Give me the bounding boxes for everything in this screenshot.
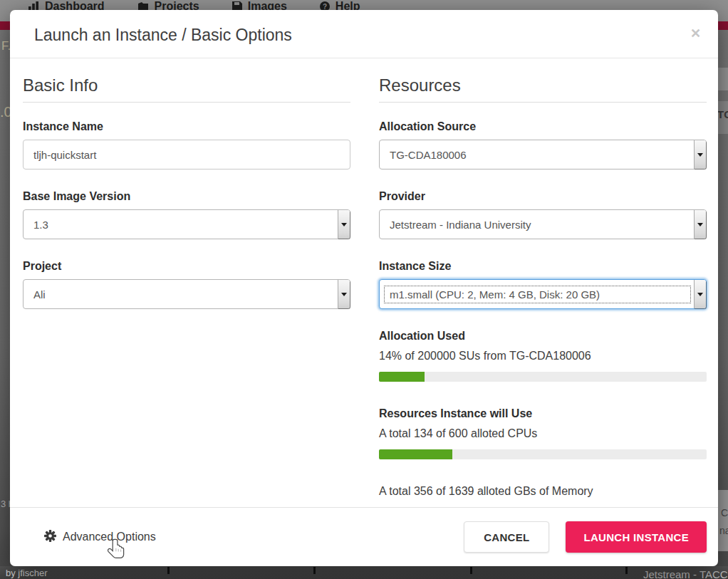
allocation-used-text: 14% of 200000 SUs from TG-CDA180006 — [379, 350, 707, 362]
chevron-down-icon[interactable] — [694, 280, 706, 308]
instance-size-group: Instance Size m1.small (CPU: 2, Mem: 4 G… — [379, 260, 707, 309]
background-row — [717, 490, 728, 551]
background-divider — [313, 567, 316, 574]
gear-icon — [44, 530, 56, 545]
background-footer-provider: Jetstream - TACC — [643, 568, 728, 579]
background-text-fragment: TG — [717, 108, 728, 120]
allocation-source-label: Allocation Source — [379, 120, 707, 133]
resources-heading: Resources — [379, 75, 707, 103]
modal-title: Launch an Instance / Basic Options — [34, 26, 695, 45]
resources-usage-heading: Resources Instance will Use — [379, 407, 707, 420]
progress-fill — [379, 449, 452, 459]
instance-name-label: Instance Name — [23, 120, 350, 133]
cancel-button[interactable]: CANCEL — [464, 521, 549, 553]
provider-select[interactable]: Jetstream - Indiana University — [379, 209, 707, 239]
instance-name-input[interactable] — [23, 140, 350, 169]
resources-usage-block: Resources Instance will Use A total 134 … — [379, 407, 707, 507]
base-image-version-label: Base Image Version — [23, 190, 350, 203]
base-image-version-value: 1.3 — [24, 219, 338, 231]
svg-text:?: ? — [323, 3, 327, 11]
instance-size-label: Instance Size — [379, 260, 707, 273]
allocation-used-progressbar — [379, 372, 707, 382]
provider-group: Provider Jetstream - Indiana University — [379, 190, 707, 239]
resources-column: Resources Allocation Source TG-CDA180006… — [379, 75, 707, 507]
background-divider — [167, 567, 170, 574]
basic-info-column: Basic Info Instance Name Base Image Vers… — [23, 75, 350, 507]
project-value: Ali — [24, 288, 338, 301]
instance-size-value: m1.small (CPU: 2, Mem: 4 GB, Disk: 20 GB… — [383, 284, 692, 305]
provider-label: Provider — [379, 190, 707, 203]
chevron-down-icon[interactable] — [338, 280, 350, 308]
allocation-source-group: Allocation Source TG-CDA180006 — [379, 120, 707, 169]
progress-fill — [379, 372, 425, 382]
cpu-usage-progressbar — [379, 449, 707, 459]
background-divider — [470, 567, 472, 574]
instance-name-group: Instance Name — [23, 120, 350, 169]
advanced-options-label: Advanced Options — [63, 531, 156, 543]
cpu-usage-text: A total 134 of 600 alloted CPUs — [379, 427, 707, 440]
background-footer-author: by jfischer — [6, 568, 48, 578]
background-divider — [625, 567, 628, 574]
project-select[interactable]: Ali — [23, 279, 350, 309]
modal-footer: Advanced Options CANCEL LAUNCH INSTANCE — [10, 507, 718, 566]
close-icon[interactable]: ✕ — [690, 27, 701, 40]
memory-usage-text: A total 356 of 1639 alloted GBs of Memor… — [379, 485, 707, 498]
background-footer-bar — [0, 566, 728, 579]
provider-value: Jetstream - Indiana University — [380, 219, 694, 231]
background-text-fragment: na — [719, 525, 728, 536]
project-label: Project — [23, 260, 350, 273]
base-image-version-select[interactable]: 1.3 — [23, 209, 350, 239]
chevron-down-icon[interactable] — [694, 140, 706, 169]
background-row — [717, 68, 728, 90]
allocation-source-select[interactable]: TG-CDA180006 — [379, 140, 707, 169]
allocation-source-value: TG-CDA180006 — [380, 149, 694, 161]
background-text-fragment: C — [721, 507, 728, 518]
modal-header: Launch an Instance / Basic Options ✕ — [10, 10, 718, 58]
base-image-version-group: Base Image Version 1.3 — [23, 190, 350, 239]
project-group: Project Ali — [23, 260, 350, 309]
chevron-down-icon[interactable] — [694, 210, 706, 239]
basic-info-heading: Basic Info — [23, 75, 350, 103]
launch-instance-modal: Launch an Instance / Basic Options ✕ Bas… — [10, 10, 718, 566]
allocation-used-heading: Allocation Used — [379, 330, 707, 343]
allocation-used-block: Allocation Used 14% of 200000 SUs from T… — [379, 330, 707, 382]
modal-body: Basic Info Instance Name Base Image Vers… — [10, 58, 718, 507]
chevron-down-icon[interactable] — [338, 210, 350, 239]
advanced-options-button[interactable]: Advanced Options — [44, 530, 156, 545]
instance-size-select[interactable]: m1.small (CPU: 2, Mem: 4 GB, Disk: 20 GB… — [379, 279, 707, 309]
launch-instance-button[interactable]: LAUNCH INSTANCE — [566, 521, 707, 553]
